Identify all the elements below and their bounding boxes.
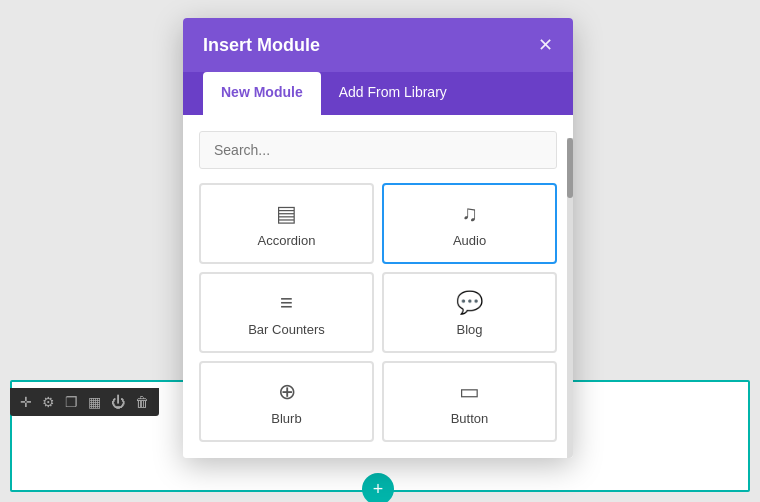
toolbar: ✛ ⚙ ❐ ▦ ⏻ 🗑: [10, 388, 159, 416]
audio-icon: ♫: [461, 203, 478, 225]
module-item-blurb[interactable]: ⊕ Blurb: [199, 361, 374, 442]
blog-label: Blog: [456, 322, 482, 337]
modal-header: Insert Module ✕: [183, 18, 573, 72]
copy-icon[interactable]: ❐: [65, 394, 78, 410]
blurb-icon: ⊕: [278, 381, 296, 403]
accordion-icon: ▤: [276, 203, 297, 225]
settings-icon[interactable]: ⚙: [42, 394, 55, 410]
blurb-label: Blurb: [271, 411, 301, 426]
audio-label: Audio: [453, 233, 486, 248]
module-item-button[interactable]: ▭ Button: [382, 361, 557, 442]
delete-icon[interactable]: 🗑: [135, 394, 149, 410]
module-item-blog[interactable]: 💬 Blog: [382, 272, 557, 353]
move-icon[interactable]: ✛: [20, 394, 32, 410]
blog-icon: 💬: [456, 292, 483, 314]
module-item-accordion[interactable]: ▤ Accordion: [199, 183, 374, 264]
grid-icon[interactable]: ▦: [88, 394, 101, 410]
plus-icon-teal: +: [373, 479, 384, 500]
button-label: Button: [451, 411, 489, 426]
modal-title: Insert Module: [203, 35, 320, 56]
insert-module-modal: Insert Module ✕ New Module Add From Libr…: [183, 18, 573, 458]
modal-tabs: New Module Add From Library: [183, 72, 573, 115]
tab-new-module[interactable]: New Module: [203, 72, 321, 115]
modal-close-button[interactable]: ✕: [538, 34, 553, 56]
bar-counters-label: Bar Counters: [248, 322, 325, 337]
module-item-bar-counters[interactable]: ≡ Bar Counters: [199, 272, 374, 353]
button-icon: ▭: [459, 381, 480, 403]
power-icon[interactable]: ⏻: [111, 394, 125, 410]
scrollbar-thumb[interactable]: [567, 138, 573, 198]
module-grid: ▤ Accordion ♫ Audio ≡ Bar Counters 💬 Blo…: [199, 183, 557, 442]
search-input[interactable]: [199, 131, 557, 169]
tab-add-from-library[interactable]: Add From Library: [321, 72, 465, 115]
add-module-button[interactable]: +: [362, 473, 394, 502]
bar-counters-icon: ≡: [280, 292, 293, 314]
accordion-label: Accordion: [258, 233, 316, 248]
modal-body: ▤ Accordion ♫ Audio ≡ Bar Counters 💬 Blo…: [183, 115, 573, 458]
scrollbar-track: [567, 138, 573, 458]
module-item-audio[interactable]: ♫ Audio: [382, 183, 557, 264]
